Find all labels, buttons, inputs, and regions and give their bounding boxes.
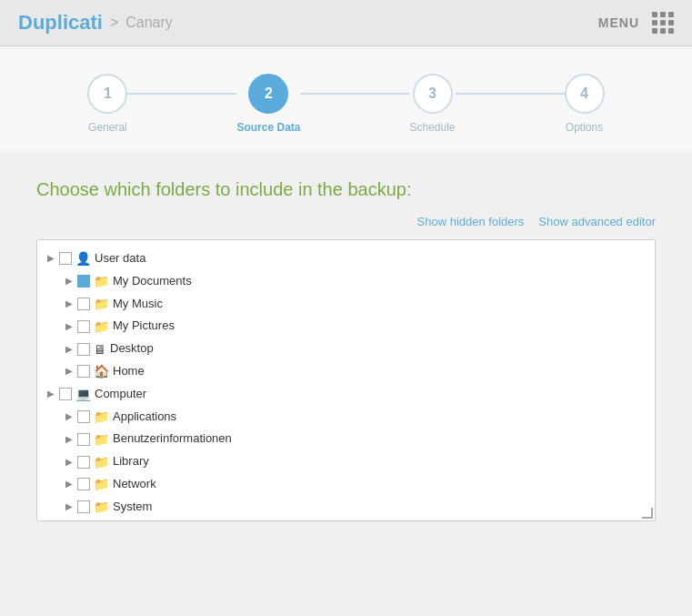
tree-item-computer: 💻 Computer: [37, 383, 655, 406]
tree-item-my-documents: 📁 My Documents: [37, 270, 655, 293]
tree-item-network: 📁 Network: [37, 473, 655, 496]
step-2-circle: 2: [248, 74, 288, 114]
tree-item-my-music: 📁 My Music: [37, 293, 655, 316]
tree-item-benutzerinformationen: 📁 Benutzerinformationen: [37, 428, 655, 450]
icon-library: 📁: [94, 456, 109, 469]
label-applications: Applications: [113, 408, 176, 427]
show-advanced-editor-link[interactable]: Show advanced editor: [538, 215, 656, 228]
checkbox-my-documents[interactable]: [77, 275, 90, 288]
icon-network: 📁: [94, 478, 109, 490]
label-users: Users: [113, 520, 144, 521]
checkbox-library[interactable]: [77, 456, 90, 469]
toggle-system[interactable]: [63, 500, 75, 514]
step-2[interactable]: 2 Source Data: [236, 74, 300, 134]
logo-subtitle: Canary: [125, 15, 173, 31]
checkbox-my-music[interactable]: [77, 298, 90, 310]
icon-user-data: 👤: [75, 252, 91, 265]
step-3[interactable]: 3 Schedule: [409, 74, 455, 134]
wizard-steps: 1 General 2 Source Data 3 Schedule 4 Opt…: [87, 74, 604, 134]
grid-dot: [652, 28, 657, 34]
step-1[interactable]: 1 General: [87, 74, 127, 134]
step-1-circle: 1: [87, 74, 127, 114]
logo-title: Duplicati: [18, 11, 103, 35]
actions-row: Show hidden folders Show advanced editor: [36, 215, 656, 228]
label-system: System: [113, 498, 152, 517]
grid-dot: [660, 28, 666, 34]
toggle-desktop[interactable]: [63, 342, 75, 357]
show-hidden-folders-link[interactable]: Show hidden folders: [417, 215, 525, 228]
checkbox-applications[interactable]: [77, 410, 90, 423]
label-library: Library: [113, 452, 149, 471]
step-4-circle: 4: [565, 74, 605, 114]
grid-dot: [668, 12, 674, 17]
label-computer: Computer: [95, 385, 146, 404]
icon-home: 🏠: [94, 365, 109, 378]
icon-applications: 📁: [94, 410, 109, 423]
icon-benutzerinformationen: 📁: [94, 433, 109, 446]
checkbox-benutzerinformationen[interactable]: [77, 433, 90, 446]
tree-item-system: 📁 System: [37, 496, 655, 519]
section-title: Choose which folders to include in the b…: [36, 179, 656, 200]
checkbox-computer[interactable]: [59, 388, 72, 400]
tree-item-users: 📁 Users: [37, 519, 655, 521]
label-benutzerinformationen: Benutzerinformationen: [113, 429, 232, 449]
tree-item-home: 🏠 Home: [37, 360, 655, 383]
grid-dot: [660, 12, 666, 17]
grid-dot: [660, 20, 666, 25]
header-logo: Duplicati > Canary: [18, 11, 173, 35]
grid-dot: [652, 20, 657, 25]
toggle-user-data[interactable]: [45, 251, 57, 266]
toggle-home[interactable]: [63, 364, 75, 379]
menu-button[interactable]: MENU: [598, 15, 639, 30]
icon-my-pictures: 📁: [94, 320, 109, 333]
step-line-3-4: [456, 93, 565, 95]
label-my-documents: My Documents: [113, 272, 192, 291]
label-network: Network: [113, 475, 156, 494]
folder-tree-panel: 👤 User data 📁 My Documents 📁 My Music 📁 …: [36, 239, 656, 521]
checkbox-network[interactable]: [77, 478, 90, 490]
checkbox-my-pictures[interactable]: [77, 320, 90, 333]
step-line-1-2: [127, 93, 236, 95]
grid-dot: [668, 28, 674, 34]
step-3-circle: 3: [413, 74, 453, 114]
icon-my-documents: 📁: [94, 275, 109, 288]
toggle-network[interactable]: [63, 477, 75, 491]
step-4-label: Options: [566, 121, 603, 134]
checkbox-system[interactable]: [77, 500, 90, 513]
toggle-my-pictures[interactable]: [63, 319, 75, 334]
grid-dot: [668, 20, 674, 25]
step-line-2-3: [300, 93, 409, 95]
icon-system: 📁: [94, 500, 109, 513]
toggle-benutzerinformationen[interactable]: [63, 432, 75, 447]
toggle-computer[interactable]: [45, 387, 57, 401]
grid-dot: [652, 12, 657, 17]
toggle-my-music[interactable]: [63, 297, 75, 311]
toggle-applications[interactable]: [63, 409, 75, 424]
icon-my-music: 📁: [94, 298, 109, 310]
toggle-library[interactable]: [63, 455, 75, 470]
header: Duplicati > Canary MENU: [0, 0, 692, 46]
label-desktop: Desktop: [110, 339, 154, 358]
label-my-pictures: My Pictures: [113, 317, 175, 336]
checkbox-desktop[interactable]: [77, 343, 90, 356]
icon-desktop: 🖥: [94, 343, 106, 356]
label-my-music: My Music: [113, 295, 163, 314]
icon-computer: 💻: [75, 388, 91, 400]
step-4[interactable]: 4 Options: [565, 74, 605, 134]
step-3-label: Schedule: [409, 121, 455, 134]
logo-separator: >: [110, 15, 118, 31]
checkbox-home[interactable]: [77, 365, 90, 378]
tree-item-desktop: 🖥 Desktop: [37, 338, 655, 360]
wizard-steps-container: 1 General 2 Source Data 3 Schedule 4 Opt…: [0, 46, 692, 152]
tree-item-my-pictures: 📁 My Pictures: [37, 315, 655, 338]
header-right: MENU: [598, 12, 674, 34]
step-1-label: General: [88, 121, 127, 134]
grid-menu-icon[interactable]: [652, 12, 674, 34]
toggle-my-documents[interactable]: [63, 274, 75, 288]
checkbox-user-data[interactable]: [59, 252, 72, 265]
label-home: Home: [113, 362, 145, 381]
tree-item-library: 📁 Library: [37, 450, 655, 473]
tree-item-user-data: 👤 User data: [37, 247, 655, 270]
tree-item-applications: 📁 Applications: [37, 406, 655, 429]
label-user-data: User data: [95, 249, 145, 268]
